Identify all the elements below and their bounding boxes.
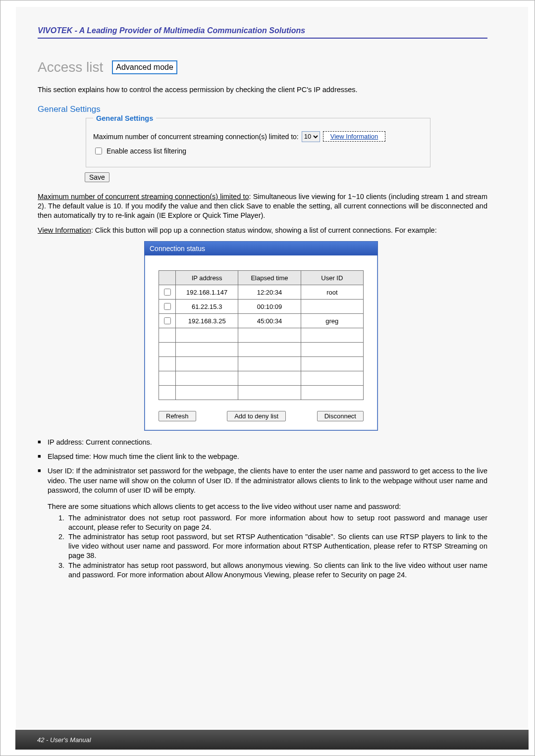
table-row bbox=[159, 386, 364, 400]
general-settings-panel: General Settings Maximum number of concu… bbox=[85, 114, 431, 167]
content-area: VIVOTEK - A Leading Provider of Multimed… bbox=[38, 26, 487, 726]
popup-body: IP address Elapsed time User ID 192.168.… bbox=[145, 255, 377, 430]
sub-paragraph: There are some situations which allows c… bbox=[48, 502, 487, 511]
list-item: IP address: Current connections. bbox=[38, 438, 487, 447]
table-row: 192.168.1.147 12:20:34 root bbox=[159, 285, 364, 300]
list-item: User ID: If the administrator set passwo… bbox=[38, 466, 487, 579]
cell-user: greg bbox=[301, 314, 363, 328]
limit-select[interactable]: 10 bbox=[302, 131, 320, 142]
table-row bbox=[159, 343, 364, 357]
col-user: User ID bbox=[301, 271, 363, 285]
add-to-deny-list-button[interactable]: Add to deny list bbox=[227, 411, 286, 421]
table-row bbox=[159, 371, 364, 386]
advanced-mode-badge: Advanced mode bbox=[112, 60, 177, 74]
field-description-list: IP address: Current connections. Elapsed… bbox=[38, 438, 487, 580]
enable-filter-row: Enable access list filtering bbox=[93, 146, 423, 156]
cell-ip: 192.168.1.147 bbox=[176, 285, 238, 300]
table-row: 192.168.3.25 45:00:34 greg bbox=[159, 314, 364, 328]
numbered-item: The administrator has setup root passwor… bbox=[66, 561, 487, 580]
cell-ip: 192.168.3.25 bbox=[176, 314, 238, 328]
table-header-row: IP address Elapsed time User ID bbox=[159, 271, 364, 285]
page-title: Access list Advanced mode bbox=[38, 59, 487, 75]
table-row: 61.22.15.3 00:10:09 bbox=[159, 300, 364, 314]
enable-filter-label: Enable access list filtering bbox=[107, 147, 186, 155]
enable-filter-checkbox[interactable] bbox=[95, 148, 102, 154]
cell-elapsed: 45:00:34 bbox=[238, 314, 301, 328]
general-settings-subtitle: General Settings bbox=[38, 104, 487, 114]
col-elapsed: Elapsed time bbox=[238, 271, 301, 285]
intro-paragraph: This section explains how to control the… bbox=[38, 85, 487, 95]
cell-ip: 61.22.15.3 bbox=[176, 300, 238, 314]
paragraph-limit-label: Maximum number of concurrent streaming c… bbox=[38, 193, 249, 201]
paragraph-viewinfo: View Information: Click this button will… bbox=[38, 226, 487, 235]
refresh-button[interactable]: Refresh bbox=[159, 411, 196, 421]
page-footer: 42 - User's Manual bbox=[15, 730, 529, 750]
cell-user bbox=[301, 300, 363, 314]
cell-elapsed: 00:10:09 bbox=[238, 300, 301, 314]
disconnect-button[interactable]: Disconnect bbox=[317, 411, 364, 421]
row-checkbox[interactable] bbox=[164, 289, 171, 296]
footer-text: 42 - User's Manual bbox=[37, 736, 91, 744]
numbered-list: The administrator does not setup root pa… bbox=[48, 513, 487, 580]
connection-table: IP address Elapsed time User ID 192.168.… bbox=[159, 270, 364, 400]
fieldset-legend: General Settings bbox=[93, 114, 156, 122]
popup-title: Connection status bbox=[145, 242, 377, 255]
connection-status-popup: Connection status IP address Elapsed tim… bbox=[144, 241, 378, 431]
limit-row: Maximum number of concurrent streaming c… bbox=[93, 131, 423, 142]
connection-tbody: 192.168.1.147 12:20:34 root 61.22.15.3 0… bbox=[159, 285, 364, 400]
general-settings-fieldset: General Settings Maximum number of concu… bbox=[86, 114, 430, 167]
list-item: Elapsed time: How much time the client l… bbox=[38, 452, 487, 461]
popup-actions: Refresh Add to deny list Disconnect bbox=[159, 411, 364, 421]
col-ip: IP address bbox=[176, 271, 238, 285]
view-information-button[interactable]: View Information bbox=[323, 131, 386, 142]
table-row bbox=[159, 357, 364, 371]
table-row bbox=[159, 328, 364, 343]
col-checkbox bbox=[159, 271, 176, 285]
paragraph-viewinfo-label: View Information bbox=[38, 226, 91, 234]
brand-tagline: VIVOTEK - A Leading Provider of Multimed… bbox=[38, 26, 487, 39]
row-checkbox[interactable] bbox=[164, 317, 171, 324]
page-title-text: Access list bbox=[38, 59, 103, 75]
cell-user: root bbox=[301, 285, 363, 300]
cell-elapsed: 12:20:34 bbox=[238, 285, 301, 300]
list-item-text: User ID: If the administrator set passwo… bbox=[48, 467, 487, 494]
paragraph-limit: Maximum number of concurrent streaming c… bbox=[38, 192, 487, 220]
save-button[interactable]: Save bbox=[85, 172, 109, 182]
numbered-item: The administrator does not setup root pa… bbox=[66, 513, 487, 532]
paragraph-viewinfo-body: : Click this button will pop up a connec… bbox=[91, 226, 437, 234]
limit-label: Maximum number of concurrent streaming c… bbox=[93, 133, 299, 141]
row-checkbox[interactable] bbox=[164, 303, 171, 310]
document-page: VIVOTEK - A Leading Provider of Multimed… bbox=[0, 0, 535, 756]
numbered-item: The administrator has setup root passwor… bbox=[66, 532, 487, 560]
